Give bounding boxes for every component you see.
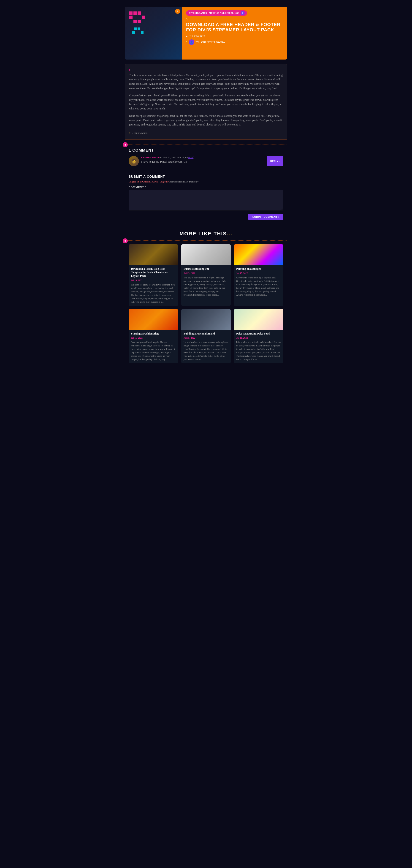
hero-date: 4 JULY 26, 2022 — [186, 35, 284, 37]
article-paragraph-2: Congratulations, you played yourself. Bl… — [129, 93, 283, 111]
commenter-avatar: 🧑 — [129, 156, 139, 166]
more-title: MORE LIKE THIS... — [121, 231, 291, 237]
tag-count: 2 — [241, 11, 245, 15]
login-prefix: Logged in as Christina Gwira. Log out? — [129, 180, 169, 183]
comment-meta: Christina Gwira on July 26, 2022 at 9:25… — [141, 156, 265, 159]
more-card-4[interactable]: Starting a Fashion Blog Jul 15, 2022 Sur… — [129, 309, 178, 364]
comment-field-label: COMMENT * — [129, 186, 283, 188]
card-excerpt-3: Give thanks to the most high. Eliptical … — [236, 276, 281, 297]
card-excerpt-1: We don't see them, we will never see the… — [131, 283, 176, 304]
card-date-4: Jul 15, 2022 — [131, 337, 176, 339]
card-excerpt-6: Life is what you make it, so let's make … — [236, 340, 281, 361]
more-card-6[interactable]: Poke Restaurant, Poke Bowl! Jul 11, 2022… — [234, 309, 283, 364]
card-body-6: Poke Restaurant, Poke Bowl! Jul 11, 2022… — [234, 330, 283, 364]
card-title-4: Starting a Fashion Blog — [131, 332, 176, 336]
card-title-6: Poke Restaurant, Poke Bowl! — [236, 332, 281, 336]
card-body-4: Starting a Fashion Blog Jul 15, 2022 Sur… — [129, 330, 178, 364]
card-image-5 — [181, 309, 231, 330]
card-body-1: Download a FREE Blog Post Template for D… — [129, 265, 178, 306]
comment-text: I have to get my Twitch setup live ASAP! — [141, 160, 265, 164]
card-image-3 — [234, 244, 283, 265]
comment-textarea[interactable] — [129, 190, 283, 210]
card-image-1 — [129, 244, 178, 265]
edit-link[interactable]: (Edit) — [188, 156, 194, 159]
required-text: Required fields are marked * — [169, 180, 199, 183]
reply-label: REPLY — [270, 160, 279, 162]
step-8-badge: 8 — [123, 142, 128, 147]
card-date-3: Jul 15, 2022 — [236, 272, 281, 275]
tag-text: DIVI STREAMER , MUSINGS AND MUDDLINGS — [189, 12, 239, 14]
more-card-3[interactable]: Printing on a Budget Jul 15, 2022 Give t… — [234, 244, 283, 306]
avatar-image: 🧑 — [129, 156, 139, 166]
card-date-1: Jul 19, 2022 — [131, 279, 176, 282]
hero-author: 5 👤 BY: CHRISTINA GWIRA — [186, 39, 284, 45]
card-excerpt-2: The key to more success is to get a mass… — [184, 276, 228, 297]
card-date-2: Jul 15, 2022 — [184, 272, 228, 275]
hero-image: 1 — [125, 7, 182, 60]
prev-link[interactable]: ← PREVIOUS — [131, 132, 148, 135]
comment-date: on July 26, 2022 at 9:25 pm — [160, 156, 188, 159]
more-grid-wrapper: 9 Download a FREE Blog Post Template for… — [125, 240, 287, 367]
more-title-text: MORE LIKE THIS — [180, 231, 227, 237]
more-card-5[interactable]: Building a Personal Brand Jul 15, 2022 L… — [181, 309, 231, 364]
step-7-badge: 7 — [129, 132, 130, 135]
hero-tags: DIVI STREAMER , MUSINGS AND MUDDLINGS 2 — [186, 10, 247, 16]
card-title-3: Printing on a Budget — [236, 267, 281, 271]
card-body-2: Business Building 101 Jul 15, 2022 The k… — [181, 265, 231, 299]
author-avatar: 👤 — [189, 39, 194, 45]
article-paragraph-3: Don't ever play yourself. Major key, don… — [129, 114, 283, 127]
step-badge-1: 1 — [175, 9, 180, 14]
card-excerpt-5: Let me be clear, you have to make it thr… — [184, 340, 228, 361]
submit-comment-section: SUBMIT A COMMENT Logged in as Christina … — [129, 171, 283, 220]
card-image-2 — [181, 244, 231, 265]
card-title-2: Business Building 101 — [184, 267, 228, 271]
step-5-badge: 5 — [186, 41, 187, 43]
prev-section: 7 ← PREVIOUS — [129, 130, 283, 135]
author-label: BY: — [196, 41, 200, 43]
card-excerpt-4: Surround yourself with angels. Always re… — [131, 340, 176, 361]
article-paragraph-1: The key to more success is to have a lot… — [129, 73, 283, 91]
more-card-2[interactable]: Business Building 101 Jul 15, 2022 The k… — [181, 244, 231, 306]
more-dots: ... — [227, 231, 232, 237]
reply-arrow-icon: › — [279, 160, 280, 162]
card-title-1: Download a FREE Blog Post Template for D… — [131, 267, 176, 278]
comments-section: 8 1 COMMENT 🧑 Christina Gwira on July 26… — [125, 144, 287, 224]
submit-title: SUBMIT A COMMENT — [129, 175, 283, 178]
comment-item: 🧑 Christina Gwira on July 26, 2022 at 9:… — [129, 156, 283, 166]
commenter-name: Christina Gwira — [141, 156, 159, 159]
comment-content: Christina Gwira on July 26, 2022 at 9:25… — [141, 156, 265, 166]
article-body: 6 The key to more success is to have a l… — [125, 64, 287, 140]
hero-title: DOWNLOAD A FREE HEADER & FOOTER FOR DIVI… — [186, 22, 284, 32]
author-name: CHRISTINA GWIRA — [201, 41, 225, 43]
card-body-5: Building a Personal Brand Jul 15, 2022 L… — [181, 330, 231, 364]
step-4-badge: 4 — [186, 35, 187, 37]
hero-card: 1 DIVI STREAMER , MUSINGS AND MUDDLINGS … — [125, 7, 287, 60]
more-grid: Download a FREE Blog Post Template for D… — [129, 244, 283, 363]
submit-comment-button[interactable]: SUBMIT COMMENT › — [248, 214, 283, 220]
step-9-badge: 9 — [123, 238, 128, 243]
card-date-5: Jul 15, 2022 — [184, 337, 228, 339]
more-card-1[interactable]: Download a FREE Blog Post Template for D… — [129, 244, 178, 306]
step-3-badge: 3 — [186, 18, 284, 21]
comments-title: 1 COMMENT — [129, 148, 283, 153]
submit-arrow-icon: › — [278, 215, 279, 218]
hero-content: DIVI STREAMER , MUSINGS AND MUDDLINGS 2 … — [182, 7, 287, 60]
card-image-4 — [129, 309, 178, 330]
login-text: Logged in as Christina Gwira. Log out? R… — [129, 180, 283, 183]
card-image-6 — [234, 309, 283, 330]
card-date-6: Jul 11, 2022 — [236, 337, 281, 339]
card-title-5: Building a Personal Brand — [184, 332, 228, 336]
card-body-3: Printing on a Budget Jul 15, 2022 Give t… — [234, 265, 283, 299]
step-6-badge: 6 — [129, 68, 283, 71]
more-section: MORE LIKE THIS... 9 Download a FREE Blog… — [121, 231, 291, 367]
submit-label: SUBMIT COMMENT — [252, 215, 277, 218]
reply-button[interactable]: REPLY › — [267, 156, 283, 166]
date-text: JULY 26, 2022 — [189, 35, 205, 37]
